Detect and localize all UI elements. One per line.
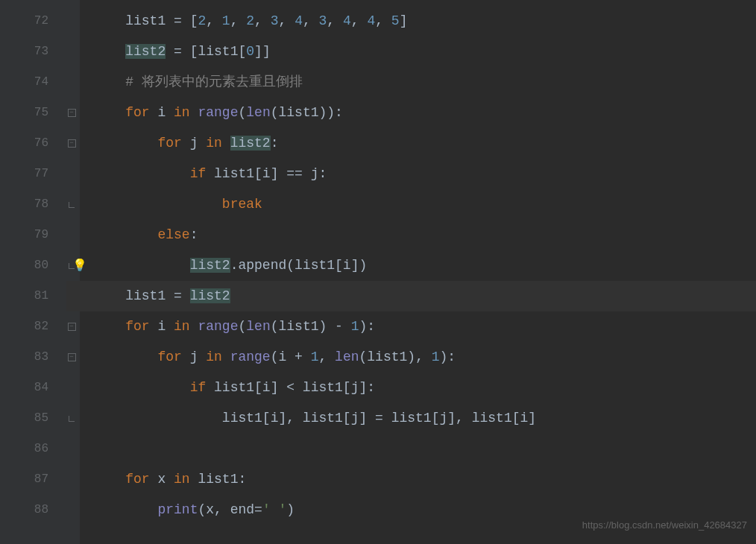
code-line[interactable]: break [93, 189, 756, 220]
code-token [93, 197, 222, 212]
code-token [93, 105, 125, 120]
code-line[interactable]: # 将列表中的元素去重且倒排 [93, 67, 756, 98]
line-number[interactable]: 85 [0, 403, 63, 434]
code-line[interactable]: list1 = list2 [93, 281, 756, 311]
code-line[interactable]: list2 = [list1[0]] [93, 37, 756, 67]
fold-collapse-icon[interactable]: − [68, 139, 76, 148]
code-token: in [206, 136, 230, 151]
fold-collapse-icon[interactable]: − [68, 109, 76, 117]
fold-end-icon[interactable] [69, 202, 75, 208]
fold-marker[interactable] [63, 403, 80, 434]
code-token: (i + [271, 350, 311, 364]
fold-marker[interactable] [63, 37, 80, 67]
code-token: for [125, 319, 157, 334]
line-number[interactable]: 72 [0, 6, 63, 37]
code-token [93, 380, 190, 395]
code-token: range [230, 350, 271, 364]
code-line[interactable]: for i in range(len(list1)): [93, 98, 756, 128]
code-token: 5 [391, 13, 400, 28]
line-number[interactable]: 79 [0, 220, 63, 250]
line-number[interactable]: 84 [0, 373, 63, 403]
line-number[interactable]: 74 [0, 67, 63, 98]
fold-end-icon[interactable] [69, 416, 75, 422]
fold-marker[interactable] [63, 495, 80, 525]
code-token: 4 [367, 13, 375, 28]
fold-marker[interactable] [63, 6, 80, 37]
code-token: (x, [198, 502, 230, 517]
code-token: 1 [432, 350, 440, 364]
code-token: x [157, 472, 174, 487]
fold-marker[interactable] [63, 373, 80, 403]
code-area[interactable]: list1 = [2, 1, 2, 3, 4, 3, 4, 4, 5] list… [80, 0, 756, 544]
fold-marker[interactable] [63, 220, 80, 250]
code-line[interactable]: list1 = [2, 1, 2, 3, 4, 3, 4, 4, 5] [93, 6, 756, 37]
code-token: i [157, 319, 174, 334]
fold-marker[interactable] [63, 189, 80, 220]
code-line[interactable]: list1[i], list1[j] = list1[j], list1[i] [93, 403, 756, 434]
code-token: if [190, 380, 214, 395]
code-token: end [230, 502, 254, 517]
line-number[interactable]: 87 [0, 464, 63, 495]
line-number[interactable]: 78 [0, 189, 63, 220]
code-token [93, 13, 125, 28]
code-token: , [230, 13, 247, 28]
code-token: 4 [343, 13, 351, 28]
fold-marker[interactable]: − [63, 128, 80, 159]
code-token: for [125, 105, 157, 120]
code-line[interactable]: if list1[i] == j: [93, 159, 756, 189]
code-token: , [375, 13, 391, 28]
code-token [93, 319, 125, 334]
code-token: range [198, 319, 238, 334]
code-token: 4 [294, 13, 303, 28]
code-line[interactable]: for x in list1: [93, 464, 756, 495]
code-line[interactable]: if list1[i] < list1[j]: [93, 373, 756, 403]
code-token: len [246, 319, 270, 334]
fold-marker[interactable] [63, 434, 80, 464]
code-token: ): [359, 319, 376, 334]
code-line[interactable]: for i in range(len(list1) - 1): [93, 311, 756, 342]
line-number-gutter[interactable]: 7273747576777879808182838485868788 [0, 0, 63, 544]
fold-marker[interactable]: − [63, 98, 80, 128]
code-line[interactable]: for j in list2: [93, 128, 756, 159]
fold-marker[interactable] [63, 159, 80, 189]
code-token: , [254, 13, 271, 28]
code-token: j [190, 350, 207, 364]
line-number[interactable]: 75 [0, 98, 63, 128]
fold-marker[interactable]: − [63, 311, 80, 342]
code-line[interactable]: else: [93, 220, 756, 250]
line-number[interactable]: 83 [0, 342, 63, 373]
line-number[interactable]: 80 [0, 250, 63, 281]
line-number[interactable]: 77 [0, 159, 63, 189]
code-line[interactable]: 💡 list2.append(list1[i]) [93, 250, 756, 281]
line-number[interactable]: 86 [0, 434, 63, 464]
code-token [93, 136, 157, 151]
fold-marker[interactable]: − [63, 342, 80, 373]
code-token: 3 [271, 13, 279, 28]
code-line[interactable] [93, 434, 756, 464]
code-token: if [190, 166, 214, 181]
code-token: for [157, 136, 189, 151]
fold-marker[interactable] [63, 67, 80, 98]
fold-collapse-icon[interactable]: − [68, 353, 76, 361]
code-token: list1[i] < list1[j]: [214, 380, 375, 395]
code-token [93, 472, 125, 487]
code-token: list2 [230, 136, 271, 151]
code-token: list2 [190, 258, 230, 273]
line-number[interactable]: 81 [0, 281, 63, 311]
fold-marker[interactable] [63, 464, 80, 495]
line-number[interactable]: 76 [0, 128, 63, 159]
line-number[interactable]: 82 [0, 311, 63, 342]
code-line[interactable]: for j in range(i + 1, len(list1), 1): [93, 342, 756, 373]
code-token: 2 [246, 13, 254, 28]
fold-collapse-icon[interactable]: − [68, 323, 76, 331]
lightbulb-icon[interactable]: 💡 [72, 250, 87, 281]
code-token: (list1) - [271, 319, 351, 334]
code-token: ( [238, 105, 246, 120]
code-token: # 将列表中的元素去重且倒排 [125, 75, 303, 89]
code-token: , [279, 13, 295, 28]
code-token: ' ' [262, 502, 286, 517]
code-token [93, 502, 157, 517]
code-token: list1 [125, 13, 174, 28]
line-number[interactable]: 73 [0, 37, 63, 67]
line-number[interactable]: 88 [0, 495, 63, 525]
